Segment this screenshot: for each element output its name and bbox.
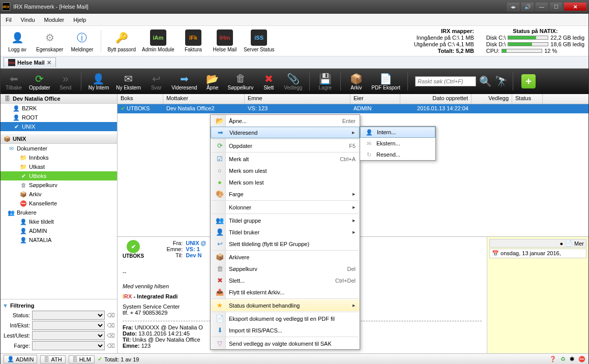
attach-button[interactable]: 📎Vedlegg	[282, 72, 304, 92]
refresh-button[interactable]: ⟳Oppdater	[27, 72, 52, 92]
reply-button[interactable]: ↩Svar	[146, 72, 166, 92]
filter-read[interactable]	[32, 331, 105, 340]
sb-hlm[interactable]: 🗄HLM	[69, 355, 95, 363]
tree-outbox[interactable]: ✔Utboks	[1, 171, 117, 180]
col-emne[interactable]: Emne	[245, 94, 350, 104]
ctx-trash[interactable]: 🗑SøppelkurvDel	[211, 263, 360, 275]
star-icon[interactable]: ✱	[570, 356, 574, 362]
sb-ath[interactable]: 🗄ATH	[40, 355, 65, 363]
clear-filter-icon[interactable]: ⌫	[107, 332, 115, 339]
ctx-delete[interactable]: ✖Slett...Ctrl+Del	[211, 275, 360, 286]
error-icon[interactable]: ⛔	[578, 356, 585, 362]
ctx-markall[interactable]: ☑Merk altCtrl+A	[211, 153, 360, 165]
speaker-prev-button[interactable]: ◂▸	[507, 2, 520, 11]
col-mottaker[interactable]: Mottaker	[163, 94, 245, 104]
new-extern-button[interactable]: ✉Ny Ekstern	[114, 72, 143, 92]
mer-button[interactable]: ●📄Mer	[489, 239, 586, 248]
menu-moduler[interactable]: Moduler	[44, 17, 65, 23]
col-status[interactable]: Status	[512, 94, 543, 104]
ctx-columns[interactable]: Kolonner▸	[211, 201, 360, 213]
search-input[interactable]	[415, 76, 476, 86]
tree-header-unix[interactable]: 📦UNIX	[1, 134, 117, 144]
archive-button[interactable]: 📦Arkiv	[346, 72, 366, 92]
ctx-assign-user[interactable]: 👤Tildel bruker▸	[211, 226, 360, 238]
col-boks[interactable]: Boks	[117, 94, 163, 104]
clear-filter-icon[interactable]: ⌫	[107, 343, 115, 349]
tree-drafts[interactable]: 📁Utkast	[1, 162, 117, 171]
maximize-button[interactable]: ☐	[549, 2, 563, 11]
tree-unix-1[interactable]: ✔UNIX	[1, 122, 117, 131]
grid-row[interactable]: ✔ UTBOKS Dev Natalia Office2 VS: 123 ADM…	[117, 104, 588, 114]
server-status-button[interactable]: iSSServer Status	[244, 29, 275, 52]
ctx-send-sak[interactable]: ▽Send vedlegg av valgte dokument til SAK	[211, 338, 360, 349]
tree-users[interactable]: 👥Brukere	[1, 208, 117, 217]
helse-mail-button[interactable]: iHmHelse Mail	[212, 29, 238, 52]
tree-root[interactable]: 👤ROOT	[1, 113, 117, 122]
clear-filter-icon[interactable]: ⌫	[107, 322, 115, 329]
filter-color[interactable]	[32, 341, 105, 350]
ctx-forward[interactable]: ➡Videresend▸	[211, 127, 360, 138]
tree-unassigned[interactable]: 👤Ikke tildelt	[1, 217, 117, 226]
ctx-open[interactable]: 📂Åpne...Enter	[211, 115, 360, 127]
filter-status[interactable]	[32, 311, 105, 320]
ctx-move-ext[interactable]: 📤Flytt til eksternt Arkiv...	[211, 286, 360, 298]
menu-vindu[interactable]: Vindu	[21, 17, 35, 23]
col-vedlegg[interactable]: Vedlegg	[472, 94, 512, 104]
minimize-button[interactable]: —	[535, 2, 548, 11]
sub-intern[interactable]: 👤Intern...	[360, 127, 435, 138]
sub-ekstern[interactable]: ✉Ekstern...	[360, 138, 435, 149]
delete-button[interactable]: ✖Slett	[258, 72, 279, 92]
ctx-assign-group[interactable]: 👥Tildel gruppe▸	[211, 215, 360, 226]
logoff-button[interactable]: 👤Logg av	[5, 29, 30, 52]
tree-inbox[interactable]: 📁Innboks	[1, 153, 117, 162]
tree-docs[interactable]: ✉Dokumenter	[1, 144, 117, 153]
tab-close-icon[interactable]: ✕	[47, 59, 51, 66]
add-button[interactable]: +	[521, 74, 536, 88]
ctx-status-doc[interactable]: ★Status dokument behandling▸	[211, 299, 360, 311]
close-button[interactable]: ✕	[564, 2, 587, 11]
search-icon[interactable]: 🔍	[479, 75, 492, 87]
tree-trash[interactable]: 🗑Søppelkurv	[1, 180, 117, 190]
properties-button[interactable]: ⚙Egenskaper	[36, 29, 63, 52]
messages-button[interactable]: ⓘMeldinger	[69, 29, 95, 52]
tree-archive[interactable]: 📦Arkiv	[1, 190, 117, 199]
tab-helse-mail[interactable]: iHm Helse Mail ✕	[4, 57, 56, 67]
back-button[interactable]: ⬅Tilbake	[4, 72, 24, 92]
changepw-button[interactable]: 🔑Bytt passord	[107, 29, 136, 52]
clear-filter-icon[interactable]: ⌫	[107, 312, 115, 319]
send-button[interactable]: »Send	[55, 72, 76, 92]
folder-yellow-icon: 📁	[20, 154, 27, 161]
filter-intext[interactable]	[32, 321, 105, 330]
forward-button[interactable]: ➡Videresend	[169, 72, 199, 92]
col-dato[interactable]: Dato opprettet	[400, 94, 472, 104]
faktura-button[interactable]: iFkFaktura	[181, 29, 206, 52]
admin-module-button[interactable]: iAmAdmin Module	[142, 29, 174, 52]
help-icon[interactable]: ❓	[549, 356, 556, 362]
tree-admin-user[interactable]: 👤ADMIN	[1, 226, 117, 235]
tree-header-dev[interactable]: 🗄Dev Natalia Office	[1, 94, 117, 104]
new-intern-button[interactable]: 👤Ny Intern	[86, 72, 111, 92]
ctx-import-ris[interactable]: ⬇Import til RIS/PACS...	[211, 324, 360, 336]
speaker-button[interactable]: 🔊	[521, 2, 534, 11]
col-eier[interactable]: Eier	[350, 94, 400, 104]
tree-bzrk[interactable]: 👤BZRK	[1, 104, 117, 113]
ctx-color[interactable]: 🎨Farge▸	[211, 188, 360, 200]
ctx-archive[interactable]: 📦Arkivere	[211, 251, 360, 263]
tree-cancelled[interactable]: ⛔Kansellerte	[1, 199, 117, 208]
ctx-del-assign[interactable]: ↩Slett tildeling (flytt til EP Gruppe)	[211, 238, 360, 250]
ctx-export-pdf[interactable]: 📄Eksport dokument og vedlegg til en PDF …	[211, 313, 360, 324]
open-button[interactable]: 📂Åpne	[202, 72, 223, 92]
menu-hjelp[interactable]: Hjelp	[73, 17, 86, 23]
menu-fil[interactable]: Fil	[6, 17, 12, 23]
binoculars-icon[interactable]: 🔭	[495, 75, 508, 87]
sub-resend[interactable]: ↻Resend...	[360, 149, 435, 160]
ctx-markunread[interactable]: ○Merk som ulest	[211, 165, 360, 176]
save-button[interactable]: 💾Lagre	[315, 72, 335, 92]
recycle-icon[interactable]: ♻	[561, 356, 566, 362]
ctx-refresh[interactable]: ⟳OppdaterF5	[211, 140, 360, 151]
pdf-export-button[interactable]: 📄PDF Eksport	[369, 72, 402, 92]
ctx-markread[interactable]: ●Merk som lest	[211, 176, 360, 188]
sb-admin[interactable]: 👤ADMIN	[4, 355, 37, 363]
trash-button[interactable]: 🗑Søppelkurv	[226, 72, 256, 92]
tree-natalia-user[interactable]: 👤NATALIA	[1, 235, 117, 245]
